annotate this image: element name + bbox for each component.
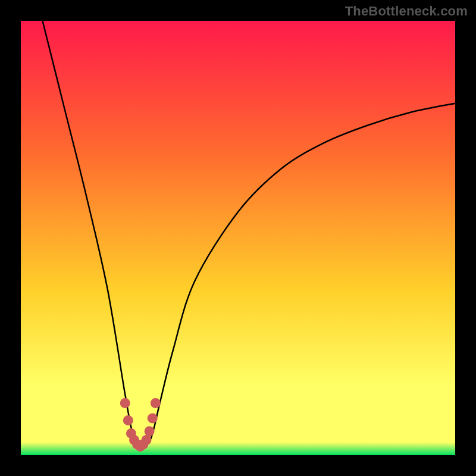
- marker-dot: [141, 435, 151, 445]
- marker-dot: [123, 415, 133, 425]
- chart-svg: [21, 21, 455, 455]
- marker-dot: [151, 398, 161, 408]
- marker-dot: [145, 426, 155, 436]
- marker-dot: [120, 398, 130, 408]
- chart-container: TheBottleneck.com: [0, 0, 476, 476]
- gradient-background: [21, 21, 455, 455]
- marker-dot: [148, 413, 158, 423]
- watermark-text: TheBottleneck.com: [345, 4, 468, 19]
- plot-area: [21, 21, 455, 455]
